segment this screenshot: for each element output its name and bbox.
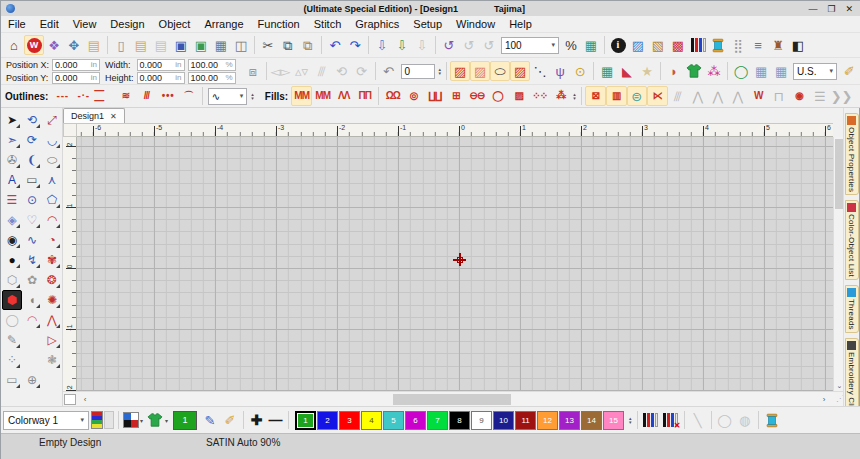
split-box[interactable]: [64, 394, 76, 405]
menu-object[interactable]: Object: [152, 17, 198, 31]
curve-edit-tool[interactable]: ⟳: [22, 130, 42, 150]
leaf-outline-icon[interactable]: ⬭: [490, 61, 510, 81]
open-shape-tool[interactable]: ⋏: [42, 170, 62, 190]
horizontal-scrollbar-thumb[interactable]: [393, 394, 511, 405]
show-grid-icon[interactable]: ▦: [751, 61, 771, 81]
monogram-icon[interactable]: ◗: [664, 61, 684, 81]
wheel-tool[interactable]: ✺: [42, 290, 62, 310]
color-film-icon[interactable]: ▩: [668, 35, 688, 55]
match-thread-icon[interactable]: ╲: [688, 410, 708, 430]
outline-dash[interactable]: - - -: [51, 86, 72, 106]
rotate-cw-icon[interactable]: ⟳: [352, 61, 372, 81]
colorway-bars-icon[interactable]: [91, 411, 103, 429]
fill-tree2[interactable]: ⋀: [708, 86, 728, 106]
fill-spiral[interactable]: ◉: [789, 86, 810, 106]
palette-color-1[interactable]: 1: [295, 411, 316, 430]
export-embroidery-icon[interactable]: ⇩: [392, 35, 412, 55]
arc-stitch-tool[interactable]: ◠: [42, 210, 62, 230]
open-recent-icon[interactable]: ▤: [151, 35, 171, 55]
fill-fan[interactable]: ❯❯: [830, 86, 854, 106]
fill-grid[interactable]: ▥: [606, 86, 627, 106]
team-names-icon[interactable]: ≡: [748, 35, 768, 55]
design-photo-icon[interactable]: ▨: [628, 35, 648, 55]
wizard2-icon[interactable]: ↺: [459, 35, 479, 55]
pen-measure-icon[interactable]: ✐: [839, 61, 859, 81]
fill-ring[interactable]: ◯: [487, 86, 508, 106]
run-stitch-icon[interactable]: ▨: [450, 61, 470, 81]
palette-color-12[interactable]: 12: [537, 411, 558, 430]
print-order-icon[interactable]: ▧: [648, 35, 668, 55]
ellipse-tool[interactable]: ⬭: [42, 150, 62, 170]
stamp-icon[interactable]: ♜: [768, 35, 788, 55]
flower-tool[interactable]: ✿: [22, 270, 42, 290]
thread-colors-icon[interactable]: [688, 35, 708, 55]
current-color-chip[interactable]: 1: [173, 411, 197, 430]
arc-tool[interactable]: ◡: [42, 130, 62, 150]
triangle-tool[interactable]: ▷: [42, 330, 62, 350]
clipart-tool[interactable]: ♡: [22, 210, 42, 230]
design-info-icon[interactable]: i: [608, 35, 628, 55]
fill-zigzag[interactable]: ΛΛ: [333, 86, 354, 106]
fill-estitch[interactable]: ΠΠ: [354, 86, 375, 106]
palette-color-11[interactable]: 11: [515, 411, 536, 430]
satin-stitch-icon[interactable]: ▨: [470, 61, 490, 81]
fill-weave[interactable]: ⊞: [445, 86, 466, 106]
run-tool[interactable]: ∿: [22, 230, 42, 250]
menu-setup[interactable]: Setup: [406, 17, 449, 31]
fill-lines[interactable]: ☰: [810, 86, 830, 106]
save-design-icon[interactable]: ▣: [171, 35, 191, 55]
fill-chain[interactable]: ⊖⊖: [466, 86, 487, 106]
menu-file[interactable]: File: [1, 17, 33, 31]
fill-hatch[interactable]: ▨: [508, 86, 529, 106]
needle-point-icon[interactable]: ψ: [550, 61, 570, 81]
freehand-tool[interactable]: ✇: [2, 150, 22, 170]
palette-color-3[interactable]: 3: [339, 411, 360, 430]
tab-threads[interactable]: Threads: [845, 285, 859, 333]
rotate-arrow-icon[interactable]: ↶: [379, 61, 399, 81]
manage-designs-icon[interactable]: ▤: [84, 35, 104, 55]
hexagon-tool[interactable]: ⬡: [2, 270, 22, 290]
menu-help[interactable]: Help: [502, 17, 539, 31]
fill-tatami[interactable]: MM: [312, 86, 333, 106]
angle-spin[interactable]: ▴▾: [437, 67, 444, 75]
tshirt-icon[interactable]: [684, 61, 704, 81]
outline-dots[interactable]: • • •: [157, 86, 178, 106]
apply-color-icon[interactable]: ✐: [220, 410, 240, 430]
height-field[interactable]: 0.000in: [137, 72, 185, 84]
palette-color-9[interactable]: 9: [471, 411, 492, 430]
dots-tool[interactable]: ⁘: [2, 350, 22, 370]
palette-color-7[interactable]: 7: [427, 411, 448, 430]
scale-y-field[interactable]: 100.00%: [188, 72, 236, 84]
product-dropdown-icon[interactable]: ▾: [165, 417, 168, 424]
save-as-icon[interactable]: ▣: [191, 35, 211, 55]
fill-coil[interactable]: ΩΩ: [382, 86, 403, 106]
burst-tool[interactable]: ❂: [42, 270, 62, 290]
select-tool[interactable]: ➤: [2, 110, 22, 130]
minimize-button[interactable]: —: [808, 4, 817, 14]
hexagon-red-tool[interactable]: ⬢: [2, 290, 22, 310]
position-x-field[interactable]: 0.000in: [52, 59, 100, 71]
fill-sequin-run[interactable]: ⁂: [550, 86, 571, 106]
manual-stitch-icon[interactable]: ⋱: [530, 61, 550, 81]
rotate-ccw-icon[interactable]: ⟲: [332, 61, 352, 81]
diamond-tool[interactable]: ◈: [2, 210, 22, 230]
copy-icon[interactable]: ⧉: [278, 35, 298, 55]
palette-color-13[interactable]: 13: [559, 411, 580, 430]
zoom-select[interactable]: 100▾: [501, 37, 559, 54]
open-design-icon[interactable]: ▤: [131, 35, 151, 55]
pie-tool[interactable]: ◔: [42, 230, 62, 250]
spool-icon[interactable]: [708, 35, 728, 55]
palette-color-5[interactable]: 5: [383, 411, 404, 430]
color-wheel-icon[interactable]: ◍: [735, 410, 755, 430]
horizontal-scrollbar[interactable]: ‹ › ⋰: [63, 391, 844, 406]
zigzag-tool[interactable]: ↯: [22, 250, 42, 270]
menu-graphics[interactable]: Graphics: [348, 17, 406, 31]
palette-color-2[interactable]: 2: [317, 411, 338, 430]
tab-object-properties[interactable]: Object Properties: [845, 113, 859, 195]
sequin-icon[interactable]: ⊙: [570, 61, 590, 81]
palette-color-10[interactable]: 10: [493, 411, 514, 430]
percent-label[interactable]: %: [561, 35, 581, 55]
remove-color-button[interactable]: —: [266, 410, 285, 430]
balloon-icon[interactable]: ❖: [44, 35, 64, 55]
palette-color-6[interactable]: 6: [405, 411, 426, 430]
